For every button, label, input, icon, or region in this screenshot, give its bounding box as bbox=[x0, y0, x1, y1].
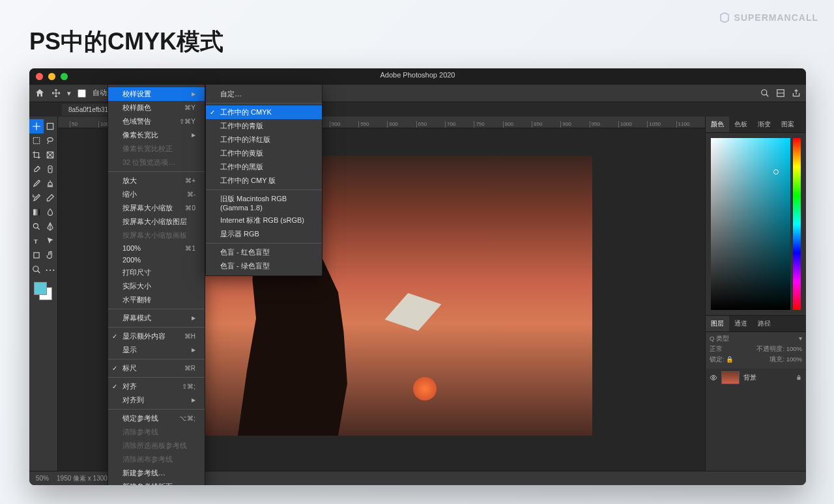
type-tool[interactable]: T bbox=[29, 234, 44, 248]
photoshop-window: Adobe Photoshop 2020 ▾ 自动选择: 8a5a0f1efb3… bbox=[29, 68, 806, 485]
menu-item[interactable]: 工作中的青版 bbox=[206, 119, 322, 133]
menu-item[interactable]: 新建参考线… bbox=[108, 466, 205, 480]
hand-tool[interactable] bbox=[44, 248, 58, 262]
workspace-icon[interactable] bbox=[776, 89, 785, 98]
menu-item[interactable]: 显示▶ bbox=[108, 343, 205, 357]
panel-tab[interactable]: 渐变 bbox=[753, 117, 776, 132]
menu-item[interactable]: Internet 标准 RGB (sRGB) bbox=[206, 214, 322, 227]
panel-tab[interactable]: 图层 bbox=[706, 316, 729, 331]
menu-item[interactable]: 自定… bbox=[206, 87, 322, 101]
menu-item[interactable]: 200% bbox=[108, 254, 205, 266]
menu-item[interactable]: 打印尺寸 bbox=[108, 266, 205, 279]
crop-tool[interactable] bbox=[29, 148, 44, 162]
panel-tab[interactable]: 颜色 bbox=[706, 117, 729, 132]
svg-point-7 bbox=[33, 223, 38, 228]
minimize-button[interactable] bbox=[48, 73, 55, 80]
healing-tool[interactable] bbox=[44, 162, 58, 176]
menu-item[interactable]: 实际大小 bbox=[108, 279, 205, 293]
eyedropper-tool[interactable] bbox=[29, 162, 44, 176]
menu-item[interactable]: 按屏幕大小缩放⌘0 bbox=[108, 201, 205, 215]
share-icon[interactable] bbox=[792, 89, 801, 98]
menu-item[interactable]: 屏幕模式▶ bbox=[108, 311, 205, 325]
shape-tool[interactable] bbox=[29, 248, 44, 262]
menu-item[interactable]: 标尺⌘R bbox=[108, 361, 205, 375]
marquee-tool[interactable] bbox=[29, 133, 44, 148]
panel-tab[interactable]: 路径 bbox=[753, 316, 776, 331]
color-picker[interactable] bbox=[706, 133, 806, 315]
proof-setup-submenu: 自定…工作中的 CMYK工作中的青版工作中的洋红版工作中的黄版工作中的黑版工作中… bbox=[205, 84, 323, 276]
toolbox: T ⋯ bbox=[29, 117, 58, 471]
frame-tool[interactable] bbox=[44, 148, 58, 162]
menu-item[interactable]: 工作中的黑版 bbox=[206, 160, 322, 174]
menu-item[interactable]: 对齐到▶ bbox=[108, 393, 205, 407]
menu-item: 按屏幕大小缩放画板 bbox=[108, 229, 205, 242]
menu-item[interactable]: 放大⌘+ bbox=[108, 174, 205, 188]
menu-item: 32 位预览选项… bbox=[108, 156, 205, 169]
artboard-tool[interactable] bbox=[44, 119, 58, 133]
color-swatches[interactable] bbox=[34, 282, 52, 300]
svg-text:T: T bbox=[34, 238, 38, 245]
move-tool-icon bbox=[51, 89, 61, 98]
history-brush-tool[interactable] bbox=[29, 191, 44, 205]
menu-item[interactable]: 校样设置▶ bbox=[108, 87, 205, 101]
menu-item[interactable]: 锁定参考线⌥⌘; bbox=[108, 412, 205, 425]
pen-tool[interactable] bbox=[44, 219, 58, 234]
svg-point-11 bbox=[713, 377, 715, 379]
menu-item[interactable]: 100%⌘1 bbox=[108, 242, 205, 254]
panel-tab[interactable]: 图案 bbox=[776, 117, 799, 132]
zoom-level[interactable]: 50% bbox=[36, 475, 49, 482]
menu-item[interactable]: 色域警告⇧⌘Y bbox=[108, 115, 205, 128]
layer-kind-filter[interactable]: Q 类型 bbox=[710, 335, 729, 343]
dodge-tool[interactable] bbox=[29, 219, 44, 234]
edit-toolbar[interactable]: ⋯ bbox=[44, 262, 58, 277]
visibility-icon[interactable] bbox=[710, 374, 717, 382]
menu-item[interactable]: 工作中的黄版 bbox=[206, 147, 322, 160]
blend-mode-select[interactable]: 正常 bbox=[710, 345, 723, 354]
home-icon[interactable] bbox=[35, 88, 45, 98]
layer-thumbnail bbox=[721, 371, 740, 384]
svg-point-0 bbox=[762, 90, 767, 95]
layers-panel: 图层通道路径 Q 类型▾ 正常不透明度: 100% 锁定: 🔒填充: 100% … bbox=[706, 315, 806, 387]
menu-item[interactable]: 新建参考线版面… bbox=[108, 480, 205, 485]
menu-item[interactable]: 缩小⌘- bbox=[108, 188, 205, 201]
menu-item: 像素长宽比校正 bbox=[108, 142, 205, 156]
menu-item[interactable]: 工作中的 CMYK bbox=[206, 105, 322, 119]
maximize-button[interactable] bbox=[61, 73, 68, 80]
lasso-tool[interactable] bbox=[44, 133, 58, 148]
menu-item[interactable]: 色盲 - 红色盲型 bbox=[206, 245, 322, 259]
move-tool[interactable] bbox=[29, 119, 44, 133]
zoom-tool[interactable] bbox=[29, 262, 44, 277]
menu-item[interactable]: 旧版 Macintosh RGB (Gamma 1.8) bbox=[206, 192, 322, 214]
stamp-tool[interactable] bbox=[44, 176, 58, 191]
menu-item[interactable]: 按屏幕大小缩放图层 bbox=[108, 215, 205, 229]
menu-item[interactable]: 显示器 RGB bbox=[206, 227, 322, 241]
gradient-tool[interactable] bbox=[29, 205, 44, 219]
close-button[interactable] bbox=[36, 73, 43, 80]
watermark: SUPERMANCALL bbox=[719, 12, 818, 23]
menu-item[interactable]: 工作中的洋红版 bbox=[206, 133, 322, 147]
eraser-tool[interactable] bbox=[44, 191, 58, 205]
menu-item[interactable]: 水平翻转 bbox=[108, 293, 205, 307]
layer-row-background[interactable]: 背景 bbox=[706, 369, 806, 387]
menu-item: 清除参考线 bbox=[108, 425, 205, 439]
auto-select-checkbox[interactable] bbox=[78, 89, 86, 98]
blur-tool[interactable] bbox=[44, 205, 58, 219]
document-tab[interactable]: 8a5a0f1efb31 bbox=[62, 104, 115, 116]
app-title: Adobe Photoshop 2020 bbox=[381, 71, 455, 79]
menu-item[interactable]: 像素长宽比▶ bbox=[108, 128, 205, 142]
path-select-tool[interactable] bbox=[44, 234, 58, 248]
menu-item[interactable]: 色盲 - 绿色盲型 bbox=[206, 259, 322, 273]
svg-rect-2 bbox=[48, 123, 53, 129]
svg-rect-9 bbox=[34, 253, 39, 258]
color-panel-tabs: 颜色色板渐变图案 bbox=[706, 117, 806, 133]
menu-item[interactable]: 工作中的 CMY 版 bbox=[206, 174, 322, 188]
panel-tab[interactable]: 色板 bbox=[729, 117, 753, 132]
menu-item: 清除所选画板参考线 bbox=[108, 439, 205, 453]
menu-item[interactable]: 校样颜色⌘Y bbox=[108, 101, 205, 115]
panels: 颜色色板渐变图案 图层通道路径 Q 类型▾ 正常不透明度: 100% 锁定: 🔒… bbox=[705, 117, 806, 471]
panel-tab[interactable]: 通道 bbox=[729, 316, 753, 331]
menu-item[interactable]: 对齐⇧⌘; bbox=[108, 380, 205, 393]
menu-item[interactable]: 显示额外内容⌘H bbox=[108, 329, 205, 343]
search-icon[interactable] bbox=[760, 89, 769, 98]
brush-tool[interactable] bbox=[29, 176, 44, 191]
